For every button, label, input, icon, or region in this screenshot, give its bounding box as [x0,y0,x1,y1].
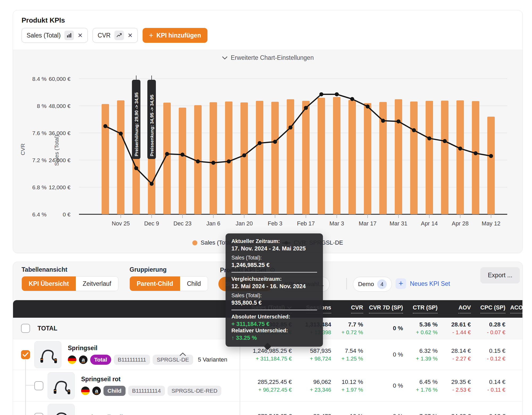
cvr-point-week-6[interactable] [181,153,185,157]
cvr-point-week-8[interactable] [211,161,215,165]
add-kpi-button[interactable]: + KPI hinzufügen [143,28,207,43]
column-header-cpc-sp-[interactable]: CPC (SP) [480,304,509,313]
cvr-point-week-17[interactable] [350,97,354,101]
cell-sales: 278,542.65 € [258,402,296,415]
kpi-set-demo-pill[interactable]: Demo 4 [353,277,392,292]
row-checkbox[interactable] [34,381,43,390]
bar-sales-week-10[interactable] [240,102,248,214]
table-view-option-zeitverlauf[interactable]: Zeitverlauf [76,276,118,291]
cvr-point-week-24[interactable] [458,146,462,150]
value-main: 0 % [393,382,403,389]
cell-sessions: 80,472 [313,402,335,415]
row-checkbox[interactable] [21,324,30,333]
cvr-point-week-12[interactable] [273,140,277,144]
kpi-chip-sales-total[interactable]: Sales (Total) ✕ [22,28,88,43]
bar-sales-week-1[interactable] [102,104,109,214]
grouping-option-child[interactable]: Child [180,276,208,291]
collapse-chevron-up-icon[interactable] [179,353,186,357]
bar-sales-week-20[interactable] [395,99,402,214]
bar-sales-week-11[interactable] [256,101,263,214]
bar-sales-week-16[interactable] [333,97,340,214]
bar-sales-week-12[interactable] [271,102,279,214]
column-header-aov[interactable]: AOV [458,304,475,313]
chevron-down-icon [222,56,228,60]
cvr-point-week-1[interactable] [103,124,107,128]
cell-sales: 285,225.45 €+ 96,272.45 € [258,370,296,401]
sales-axis-tick: 60,000 € [49,76,70,82]
cvr-point-week-11[interactable] [258,141,262,145]
bar-sales-week-18[interactable] [364,103,371,214]
cvr-point-week-19[interactable] [381,119,385,123]
cvr-point-week-3[interactable] [134,166,138,170]
arrow-up-icon: ↑ [231,335,234,341]
plus-icon: + [396,278,406,289]
column-header-cvr[interactable]: CVR [351,304,367,313]
value-main: 7.54 % [342,347,363,354]
bar-sales-week-15[interactable] [318,98,325,214]
bar-sales-week-8[interactable] [210,102,217,214]
bar-sales-week-13[interactable] [287,99,294,214]
kpi-chip-label: CVR [98,32,111,39]
product-info: Springseil rotaChildB111111114SPRGSL-DE-… [81,376,221,396]
cvr-point-week-21[interactable] [412,128,416,132]
table-row-springseil-rot[interactable]: Springseil rotaChildB111111114SPRGSL-DE-… [13,370,523,402]
cvr-point-week-9[interactable] [227,160,231,164]
value-main: 285,225.45 € [258,379,292,385]
grouping-label: Gruppierung [130,266,167,273]
cvr-point-week-7[interactable] [196,160,200,164]
close-icon[interactable]: ✕ [128,32,133,39]
cvr-point-week-15[interactable] [319,92,323,96]
cvr-point-week-23[interactable] [443,139,447,143]
bar-sales-week-22[interactable] [426,101,433,214]
bar-sales-week-23[interactable] [441,100,448,214]
cell-cpc: 0.13 € [489,402,509,415]
grouping-option-parent-child[interactable]: Parent-Child [130,276,180,291]
cvr-point-week-22[interactable] [427,136,431,140]
cell-cvr: 10.12 %+ 1.97 % [342,370,367,401]
cvr-point-week-25[interactable] [474,151,478,155]
row-checkbox[interactable] [21,350,30,359]
bar-sales-week-21[interactable] [410,102,418,214]
table-view-option-kpi-uebersicht[interactable]: KPI Übersicht [22,276,76,291]
product-cell: TOTAL [13,318,240,339]
bar-sales-week-14[interactable] [302,101,310,214]
product-cell: Springseil gelb [13,402,240,415]
value-main: 587,935 [310,347,331,354]
column-header-acos[interactable]: ACOS [510,304,523,313]
cvr-point-week-10[interactable] [242,153,246,157]
cvr-point-week-2[interactable] [119,132,123,136]
value-main: 0.28 € [487,321,505,328]
cvr-point-week-20[interactable] [397,119,401,123]
cvr-axis-tick: 8.4 % [32,76,47,82]
sales-axis-tick: 24,000 € [49,157,70,163]
cvr-point-week-26[interactable] [489,154,493,158]
cvr-axis-tick: 7.2 % [32,157,47,163]
bar-sales-week-17[interactable] [348,100,356,214]
cvr-point-week-4[interactable] [150,182,154,186]
close-icon[interactable]: ✕ [78,32,83,39]
price-annotation-text: Preiserhöhung: 29,90 -> 34,95 [134,93,139,156]
cvr-point-week-5[interactable] [165,152,169,156]
value-main: 6.32 % [416,347,438,354]
bar-sales-week-25[interactable] [472,101,479,214]
bar-sales-week-26[interactable] [487,117,495,214]
bar-sales-week-24[interactable] [456,100,464,214]
advanced-chart-settings-toggle[interactable]: Erweiterte Chart-Einstellungen [13,54,522,61]
cell-cpc: 0.28 €- 0.07 € [487,318,509,339]
export-button[interactable]: Export ... [480,267,520,283]
sku-badge: SPRGSL-DE-RED [168,386,222,396]
bar-sales-week-2[interactable] [117,100,124,214]
bar-sales-week-9[interactable] [225,102,232,214]
cvr-point-week-13[interactable] [289,125,293,129]
cvr-point-week-16[interactable] [335,92,339,96]
cvr-point-week-18[interactable] [366,104,370,108]
bar-sales-week-6[interactable] [179,108,186,214]
kpi-chip-cvr[interactable]: CVR ✕ [93,28,138,43]
new-kpi-set-button[interactable]: + Neues KPI Set [396,278,450,289]
column-header-cvr-7d-sp-[interactable]: CVR 7D (SP) [369,304,407,313]
cvr-point-week-14[interactable] [304,106,308,110]
table-row-springseil-gelb[interactable]: Springseil gelb278,542.65 €80,47210 %0 %… [13,402,523,415]
cell-cvr: 7.54 %+ 1.25 % [342,339,367,370]
column-header-ctr-sp-[interactable]: CTR (SP) [413,304,441,313]
row-checkbox[interactable] [34,413,43,415]
